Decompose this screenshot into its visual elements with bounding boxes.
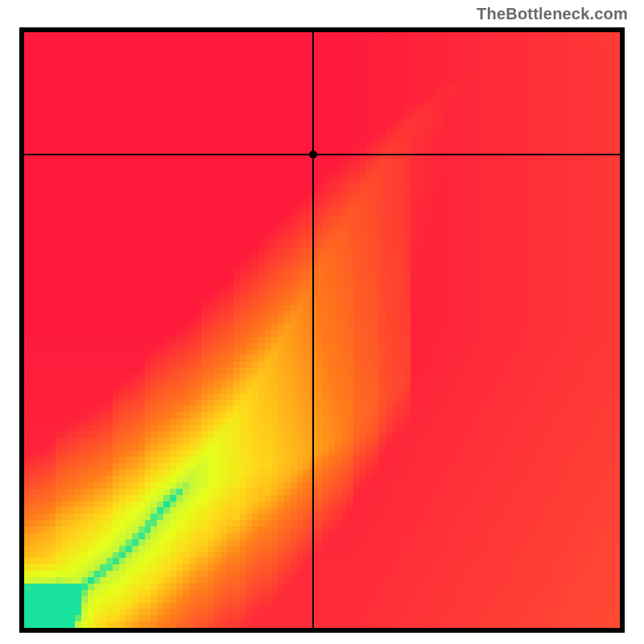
chart-container: TheBottleneck.com (0, 0, 644, 644)
chart-frame (19, 27, 625, 633)
heatmap-canvas (19, 27, 625, 633)
watermark-text: TheBottleneck.com (477, 5, 628, 23)
